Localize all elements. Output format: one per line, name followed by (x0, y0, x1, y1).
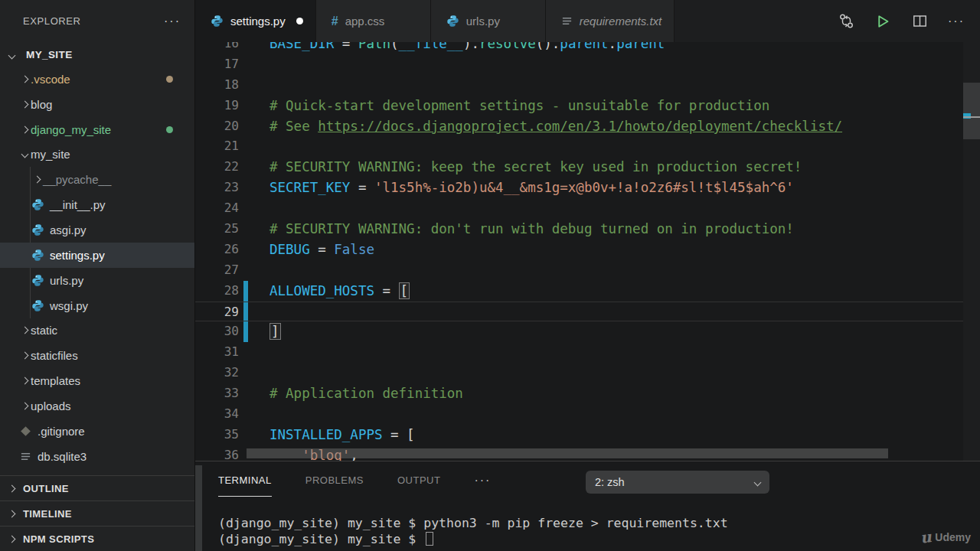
code-line-31[interactable]: 31 (195, 342, 963, 363)
chevron-right-icon (21, 377, 28, 385)
editor-column: settings.py#app.cssurls.pyrequirements.t… (195, 0, 980, 551)
run-button[interactable] (870, 8, 896, 34)
tree-item-__init__.py[interactable]: __init__.py (0, 192, 194, 217)
tree-item-label: .vscode (31, 73, 70, 86)
tree-item-label: asgi.py (50, 223, 87, 236)
code-line-17[interactable]: 17 (195, 54, 963, 75)
panel-tab-output[interactable]: OUTPUT (397, 465, 440, 497)
tree-item-label: static (31, 324, 57, 337)
line-number: 20 (195, 116, 239, 137)
terminal-output[interactable]: (django_my_site) my_site $ python3 -m pi… (195, 500, 980, 547)
tree-item-settings.py[interactable]: settings.py (0, 243, 194, 268)
code-line-25[interactable]: 25# SECURITY WARNING: don't run with deb… (195, 219, 963, 240)
python-icon (31, 274, 44, 287)
editor-actions: ··· (833, 0, 974, 42)
tab-settings.py[interactable]: settings.py (195, 0, 316, 42)
open-changes-button[interactable] (833, 8, 859, 34)
tree-item-asgi.py[interactable]: asgi.py (0, 217, 194, 243)
code-line-32[interactable]: 32 (195, 363, 963, 383)
chevron-right-icon (21, 402, 28, 409)
code-line-29[interactable]: 29 (195, 302, 963, 322)
git-modified-badge (166, 76, 173, 83)
code-line-26[interactable]: 26DEBUG = False (195, 240, 963, 260)
modified-line-indicator (243, 321, 248, 342)
sidebar-section-outline[interactable]: OUTLINE (0, 475, 194, 500)
line-number: 27 (195, 260, 239, 281)
line-number: 32 (195, 363, 239, 383)
tree-item-django_my_site[interactable]: django_my_site (0, 117, 194, 142)
vertical-scrollbar[interactable] (963, 83, 980, 139)
code-line-24[interactable]: 24 (195, 198, 963, 219)
code-line-20[interactable]: 20# See https://docs.djangoproject.com/e… (195, 116, 963, 137)
code-line-34[interactable]: 34 (195, 404, 963, 425)
tree-item-uploads[interactable]: uploads (0, 393, 194, 419)
line-number: 36 (195, 445, 239, 461)
database-icon (20, 451, 31, 462)
tree-item-wsgi.py[interactable]: wsgi.py (0, 293, 194, 318)
tab-requirements.txt[interactable]: requirements.txt (546, 0, 675, 42)
terminal-line: (django_my_site) my_site $ (218, 531, 980, 547)
python-icon (211, 15, 224, 28)
tab-label: requirements.txt (580, 15, 662, 28)
line-number: 24 (195, 198, 239, 219)
tree-item-clipped[interactable] (0, 469, 194, 476)
code-line-18[interactable]: 18 (195, 75, 963, 96)
tree-item-my_site[interactable]: my_site (0, 142, 194, 168)
panel-scrollbar[interactable] (195, 465, 202, 551)
code-editor[interactable]: 16BASE_DIR = Path(__file__).resolve().pa… (195, 42, 980, 461)
tree-item-label: __init__.py (50, 198, 106, 211)
tree-item-.gitignore[interactable]: .gitignore (0, 419, 194, 444)
explorer-more-icon[interactable]: ··· (164, 15, 181, 28)
code-line-28[interactable]: 28ALLOWED_HOSTS = [ (195, 281, 963, 302)
code-line-21[interactable]: 21 (195, 136, 963, 157)
line-number: 18 (195, 75, 239, 96)
section-label: NPM SCRIPTS (23, 533, 94, 545)
sidebar-section-npm-scripts[interactable]: NPM SCRIPTS (0, 526, 194, 551)
more-actions-button[interactable]: ··· (943, 8, 969, 34)
tree-item-label: urls.py (50, 274, 83, 287)
tree-item-staticfiles[interactable]: staticfiles (0, 343, 194, 368)
udemy-watermark: u Udemy (920, 528, 971, 546)
explorer-sidebar: EXPLORER ··· MY_SITE .vscodeblogdjango_m… (0, 0, 195, 551)
line-number: 16 (195, 42, 239, 54)
chevron-down-icon (754, 478, 762, 486)
panel-tab-problems[interactable]: PROBLEMS (305, 465, 364, 497)
unsaved-dot-icon (296, 18, 303, 24)
code-line-23[interactable]: 23SECRET_KEY = 'l1s5h%-io2b)u&4__&ms1g=x… (195, 178, 963, 198)
code-text: # See https://docs.djangoproject.com/en/… (270, 116, 842, 137)
shell-select-value: 2: zsh (595, 476, 625, 488)
sidebar-section-timeline[interactable]: TIMELINE (0, 500, 194, 526)
tree-item-__pycache__[interactable]: __pycache__ (0, 167, 194, 192)
code-line-27[interactable]: 27 (195, 260, 963, 281)
code-line-33[interactable]: 33# Application definition (195, 383, 963, 404)
run-icon (875, 14, 890, 29)
code-line-19[interactable]: 19# Quick-start development settings - u… (195, 96, 963, 116)
python-icon (31, 198, 44, 211)
code-text: DEBUG = False (270, 240, 374, 260)
code-line-16[interactable]: 16BASE_DIR = Path(__file__).resolve().pa… (195, 42, 963, 54)
tree-item-.vscode[interactable]: .vscode (0, 67, 194, 92)
split-editor-icon (913, 14, 927, 28)
root-folder-label: MY_SITE (26, 49, 73, 60)
panel-tab-terminal[interactable]: TERMINAL (218, 465, 272, 497)
tree-item-blog[interactable]: blog (0, 92, 194, 117)
tab-app.css[interactable]: #app.css (316, 0, 431, 42)
code-line-22[interactable]: 22# SECURITY WARNING: keep the secret ke… (195, 157, 963, 178)
explorer-root-folder[interactable]: MY_SITE (0, 42, 194, 67)
terminal-shell-select[interactable]: 2: zsh (586, 471, 769, 494)
tree-item-label: __pycache__ (43, 173, 111, 186)
code-line-35[interactable]: 35INSTALLED_APPS = [ (195, 425, 963, 445)
panel-more-icon[interactable]: ··· (474, 474, 491, 487)
tab-urls.py[interactable]: urls.py (431, 0, 546, 42)
code-text: ALLOWED_HOSTS = [ (270, 281, 410, 302)
tree-item-urls.py[interactable]: urls.py (0, 268, 194, 293)
code-line-30[interactable]: 30] (195, 321, 963, 342)
code-text: BASE_DIR = Path(__file__).resolve().pare… (270, 42, 665, 54)
split-editor-button[interactable] (906, 8, 933, 34)
python-icon (446, 15, 459, 28)
section-label: OUTLINE (23, 483, 69, 494)
tree-item-db.sqlite3[interactable]: db.sqlite3 (0, 444, 194, 469)
tree-item-templates[interactable]: templates (0, 368, 194, 393)
tree-item-static[interactable]: static (0, 318, 194, 343)
horizontal-scrollbar[interactable] (247, 448, 888, 458)
